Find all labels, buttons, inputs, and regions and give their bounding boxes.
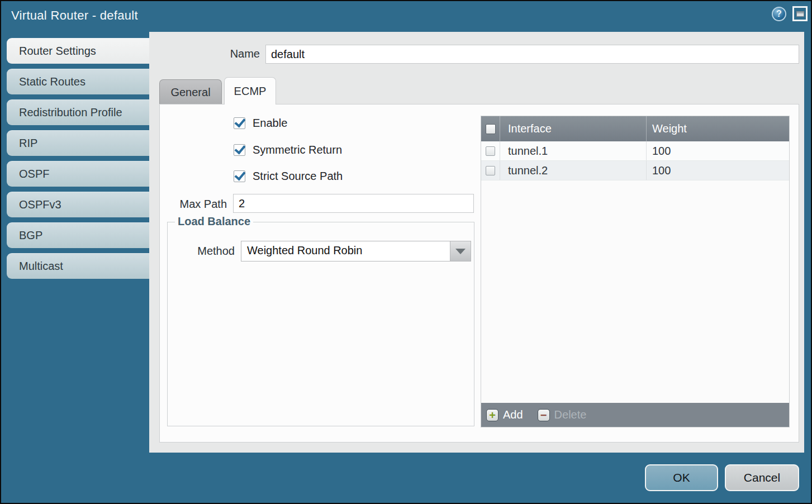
table-row[interactable]: tunnel.2 100	[481, 161, 789, 180]
sidebar-item-router-settings[interactable]: Router Settings	[7, 38, 150, 64]
method-dropdown[interactable]: Weighted Round Robin	[241, 241, 471, 261]
max-path-label: Max Path	[160, 198, 227, 211]
ok-button[interactable]: OK	[645, 464, 718, 491]
interface-cell: tunnel.2	[500, 161, 646, 180]
table-empty-area	[481, 180, 789, 403]
symmetric-return-checkbox-row: Symmetric Return	[234, 144, 342, 156]
sidebar-item-multicast[interactable]: Multicast	[7, 253, 150, 279]
row-checkbox[interactable]	[486, 166, 495, 175]
dropdown-button[interactable]	[450, 241, 471, 261]
weight-column-header: Weight	[646, 116, 789, 141]
cancel-button[interactable]: Cancel	[725, 464, 799, 491]
sidebar-item-redistribution-profile[interactable]: Redistribution Profile	[7, 99, 150, 125]
method-label: Method	[190, 245, 235, 258]
table-footer-bar: + Add − Delete	[481, 403, 789, 427]
delete-button[interactable]: − Delete	[538, 408, 587, 421]
dialog-title: Virtual Router - default	[11, 8, 138, 23]
method-dropdown-value: Weighted Round Robin	[247, 244, 362, 257]
question-mark-glyph: ?	[776, 9, 782, 19]
add-button-label: Add	[503, 408, 523, 421]
symmetric-return-label: Symmetric Return	[253, 144, 342, 156]
sidebar-item-ospf[interactable]: OSPF	[7, 161, 150, 187]
interface-weight-table: Interface Weight tunnel.1 100 tunnel.2 1…	[481, 116, 790, 427]
enable-label: Enable	[253, 117, 287, 130]
ecmp-panel: Enable Symmetric Return Strict Source Pa…	[159, 104, 799, 443]
table-header-row: Interface Weight	[481, 116, 789, 141]
chevron-down-icon	[455, 249, 466, 254]
strict-source-path-checkbox[interactable]	[234, 170, 245, 182]
sidebar-item-bgp[interactable]: BGP	[7, 222, 150, 248]
name-input[interactable]	[265, 45, 799, 64]
tab-ecmp[interactable]: ECMP	[224, 77, 276, 104]
plus-icon: +	[486, 409, 498, 421]
enable-checkbox-row: Enable	[234, 117, 287, 130]
add-button[interactable]: + Add	[486, 408, 523, 421]
virtual-router-dialog: Virtual Router - default ? Router Settin…	[0, 0, 812, 504]
sidebar-item-static-routes[interactable]: Static Routes	[7, 69, 150, 94]
strict-source-path-label: Strict Source Path	[253, 170, 343, 183]
row-checkbox[interactable]	[486, 146, 495, 156]
interface-cell: tunnel.1	[500, 141, 646, 160]
interface-column-header: Interface	[500, 116, 646, 141]
strict-source-path-checkbox-row: Strict Source Path	[234, 170, 343, 183]
window-restore-glyph	[796, 11, 804, 17]
weight-cell: 100	[646, 141, 789, 160]
window-restore-icon[interactable]	[792, 6, 808, 21]
symmetric-return-checkbox[interactable]	[234, 144, 245, 156]
enable-checkbox[interactable]	[234, 117, 245, 129]
sidebar: Router Settings Static Routes Redistribu…	[7, 38, 150, 284]
name-label: Name	[186, 47, 260, 60]
tab-general[interactable]: General	[159, 79, 222, 104]
max-path-input[interactable]	[233, 194, 474, 213]
minus-icon: −	[538, 409, 550, 421]
select-all-checkbox[interactable]	[486, 124, 496, 134]
help-icon[interactable]: ?	[772, 7, 786, 21]
load-balance-fieldset: Load Balance Method Weighted Round Robin	[167, 222, 474, 426]
weight-cell: 100	[646, 161, 789, 180]
load-balance-legend: Load Balance	[175, 215, 253, 228]
sidebar-item-ospfv3[interactable]: OSPFv3	[7, 192, 150, 217]
table-row[interactable]: tunnel.1 100	[481, 141, 789, 161]
sidebar-item-rip[interactable]: RIP	[7, 130, 150, 156]
delete-button-label: Delete	[554, 408, 587, 421]
